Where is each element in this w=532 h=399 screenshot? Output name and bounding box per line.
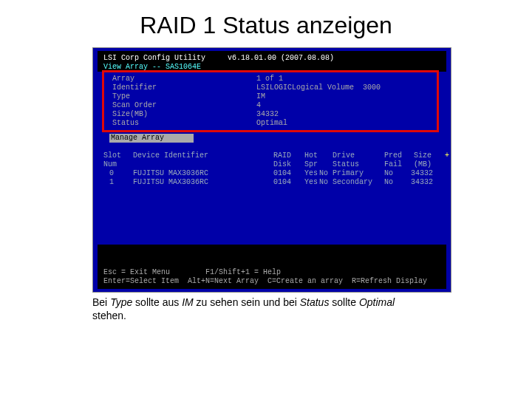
r1-size: 34332 [411, 178, 433, 187]
r1-raid: 0104 [273, 178, 291, 187]
r1-hot: Yes [304, 178, 318, 187]
r0-pred: No [384, 169, 393, 178]
th-hot: Hot [304, 151, 318, 160]
cap-em-type: Type [110, 296, 132, 308]
r0-dev: FUJITSU MAX3036RC [133, 169, 208, 178]
r1-stat: Secondary [332, 178, 372, 187]
r1-slot: 1 [109, 178, 114, 187]
r0-stat: Primary [332, 169, 364, 178]
footer-help-1: Esc = Exit Menu F1/Shift+1 = Help [103, 268, 281, 277]
caption-text: Bei Type sollte aus IM zu sehen sein und… [92, 296, 450, 322]
manage-array-menu[interactable]: Manage Array [109, 134, 194, 143]
r0-hot: Yes [304, 169, 318, 178]
th-spr: Spr [304, 160, 318, 169]
cap-part: sollte aus [132, 296, 182, 308]
bios-screen: LSI Corp Config Utility v6.18.01.00 (200… [92, 47, 451, 293]
cap-part: sollte [329, 296, 358, 308]
scroll-marker-icon: + [445, 151, 449, 160]
th-pred: Pred [384, 151, 402, 160]
slide: RAID 1 Status anzeigen LSI Corp Config U… [0, 0, 532, 399]
footer-help-2: Enter=Select Item Alt+N=Next Array C=Cre… [103, 277, 427, 286]
r0-slot: 0 [109, 169, 114, 178]
cap-part: stehen. [92, 310, 126, 321]
cap-part: zu sehen sein und bei [194, 296, 300, 308]
cap-part: Bei [92, 296, 110, 308]
th-raid: RAID [273, 151, 291, 160]
r1-spr: No [319, 178, 328, 187]
r1-pred: No [384, 178, 393, 187]
r0-spr: No [319, 169, 328, 178]
r1-dev: FUJITSU MAX3036RC [133, 178, 208, 187]
th-mb: (MB) [414, 160, 432, 169]
page-title: RAID 1 Status anzeigen [0, 12, 532, 39]
th-size: Size [414, 151, 432, 160]
bios-inner: LSI Corp Config Utility v6.18.01.00 (200… [98, 51, 446, 289]
cap-em-im: IM [182, 296, 194, 308]
r0-raid: 0104 [273, 169, 291, 178]
th-num: Num [103, 160, 117, 169]
bios-header: LSI Corp Config Utility v6.18.01.00 (200… [103, 54, 440, 63]
th-dstat: Status [332, 160, 359, 169]
th-disk: Disk [273, 160, 291, 169]
th-slot: Slot [103, 151, 121, 160]
highlight-box [102, 70, 439, 132]
cap-em-status: Status [300, 296, 330, 308]
cap-em-optimal: Optimal [359, 296, 395, 308]
r0-size: 34332 [411, 169, 433, 178]
th-fail: Fail [384, 160, 402, 169]
th-drive: Drive [332, 151, 355, 160]
th-devid: Device Identifier [133, 151, 208, 160]
